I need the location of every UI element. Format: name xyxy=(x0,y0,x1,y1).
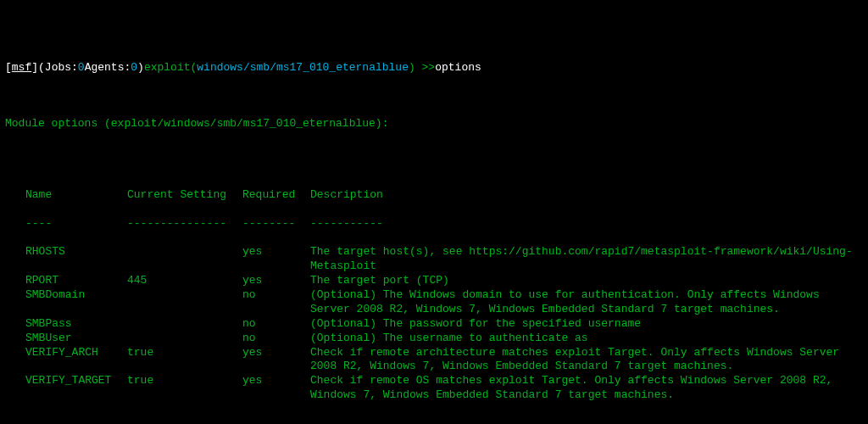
dash-setting: --------------- xyxy=(127,217,242,232)
module-row: RHOSTSyesThe target host(s), see https:/… xyxy=(25,245,863,274)
row-name: SMBPass xyxy=(25,317,127,332)
row-setting xyxy=(127,317,242,332)
row-required: yes xyxy=(242,245,310,274)
row-setting: true xyxy=(127,374,242,403)
row-required: yes xyxy=(242,374,310,403)
prompt-exploit-label: exploit( xyxy=(144,61,197,75)
prompt-bracket-open: [ xyxy=(5,61,12,75)
module-row: VERIFY_ARCHtrueyesCheck if remote archit… xyxy=(25,346,863,375)
prompt-line[interactable]: [msf](Jobs:0 Agents:0) exploit(windows/s… xyxy=(5,61,863,75)
dash-description: ----------- xyxy=(310,217,863,232)
module-options-table: NameCurrent SettingRequiredDescription -… xyxy=(5,174,863,417)
row-setting: 445 xyxy=(127,274,242,288)
row-setting xyxy=(127,332,242,346)
row-setting: true xyxy=(127,346,242,375)
row-description: (Optional) The Windows domain to use for… xyxy=(310,288,863,317)
prompt-msf: msf xyxy=(12,61,31,75)
row-description: Check if remote OS matches exploit Targe… xyxy=(310,374,863,403)
row-required: yes xyxy=(242,346,310,375)
row-description: (Optional) The username to authenticate … xyxy=(310,332,863,346)
row-required: no xyxy=(242,288,310,317)
prompt-agents-label: Agents: xyxy=(85,61,131,75)
row-description: Check if remote architecture matches exp… xyxy=(310,346,863,375)
blank-line xyxy=(5,146,863,159)
prompt-close-exploit: ) >> xyxy=(409,61,435,75)
col-description: Description xyxy=(310,188,863,203)
col-required: Required xyxy=(242,188,310,203)
row-required: yes xyxy=(242,274,310,288)
prompt-close-paren: ) xyxy=(137,61,144,75)
col-setting: Current Setting xyxy=(127,188,242,203)
row-name: VERIFY_TARGET xyxy=(25,374,127,403)
row-setting xyxy=(127,245,242,274)
row-required: no xyxy=(242,317,310,332)
row-description: The target port (TCP) xyxy=(310,274,863,288)
row-name: SMBUser xyxy=(25,332,127,346)
module-row: RPORT445yesThe target port (TCP) xyxy=(25,274,863,288)
row-name: RPORT xyxy=(25,274,127,288)
prompt-jobs-label: (Jobs: xyxy=(38,61,78,75)
row-name: RHOSTS xyxy=(25,245,127,274)
module-row: VERIFY_TARGETtrueyesCheck if remote OS m… xyxy=(25,374,863,403)
module-options-header: Module options (exploit/windows/smb/ms17… xyxy=(5,117,863,131)
row-setting xyxy=(127,288,242,317)
row-name: VERIFY_ARCH xyxy=(25,346,127,375)
row-required: no xyxy=(242,332,310,346)
row-description: (Optional) The password for the specifie… xyxy=(310,317,863,332)
module-header-row: NameCurrent SettingRequiredDescription xyxy=(25,188,863,203)
module-row: SMBUserno(Optional) The username to auth… xyxy=(25,332,863,346)
col-name: Name xyxy=(25,188,127,203)
prompt-command: options xyxy=(435,61,481,75)
module-row: SMBPassno(Optional) The password for the… xyxy=(25,317,863,332)
dash-required: -------- xyxy=(242,217,310,232)
row-name: SMBDomain xyxy=(25,288,127,317)
prompt-exploit-path: windows/smb/ms17_010_eternalblue xyxy=(197,61,409,75)
prompt-jobs-count: 0 xyxy=(78,61,85,75)
dash-name: ---- xyxy=(25,217,127,232)
prompt-bracket-close: ] xyxy=(31,61,38,75)
module-row: SMBDomainno(Optional) The Windows domain… xyxy=(25,288,863,317)
row-description: The target host(s), see https://github.c… xyxy=(310,245,863,274)
prompt-agents-count: 0 xyxy=(131,61,137,75)
module-dash-row: -------------------------------------- xyxy=(25,217,863,232)
blank-line xyxy=(5,89,863,103)
